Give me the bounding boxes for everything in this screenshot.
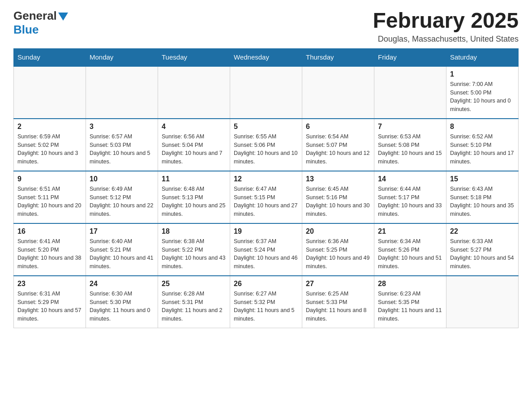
day-info: Sunrise: 6:49 AM Sunset: 5:12 PM Dayligh…: [90, 185, 154, 218]
day-number: 11: [162, 175, 226, 183]
calendar-day-cell: 13Sunrise: 6:45 AM Sunset: 5:16 PM Dayli…: [302, 171, 374, 223]
calendar-day-cell: 7Sunrise: 6:53 AM Sunset: 5:08 PM Daylig…: [374, 119, 446, 171]
calendar-day-cell: 12Sunrise: 6:47 AM Sunset: 5:15 PM Dayli…: [230, 171, 302, 223]
calendar-empty-cell: [158, 66, 230, 119]
day-number: 26: [234, 280, 298, 288]
logo-general-text: General: [13, 9, 57, 23]
calendar-day-cell: 10Sunrise: 6:49 AM Sunset: 5:12 PM Dayli…: [86, 171, 158, 223]
calendar-week-row: 16Sunrise: 6:41 AM Sunset: 5:20 PM Dayli…: [14, 223, 519, 276]
calendar-day-cell: 9Sunrise: 6:51 AM Sunset: 5:11 PM Daylig…: [14, 171, 86, 223]
day-info: Sunrise: 6:27 AM Sunset: 5:32 PM Dayligh…: [234, 290, 298, 323]
calendar-week-row: 9Sunrise: 6:51 AM Sunset: 5:11 PM Daylig…: [14, 171, 519, 223]
calendar-day-cell: 20Sunrise: 6:36 AM Sunset: 5:25 PM Dayli…: [302, 223, 374, 276]
calendar-day-cell: 16Sunrise: 6:41 AM Sunset: 5:20 PM Dayli…: [14, 223, 86, 276]
day-info: Sunrise: 6:45 AM Sunset: 5:16 PM Dayligh…: [306, 185, 370, 218]
svg-marker-0: [58, 13, 68, 21]
calendar-empty-cell: [86, 66, 158, 119]
calendar-day-cell: 22Sunrise: 6:33 AM Sunset: 5:27 PM Dayli…: [446, 223, 519, 276]
calendar-week-row: 2Sunrise: 6:59 AM Sunset: 5:02 PM Daylig…: [14, 119, 519, 171]
calendar-day-cell: 11Sunrise: 6:48 AM Sunset: 5:13 PM Dayli…: [158, 171, 230, 223]
calendar-day-cell: 17Sunrise: 6:40 AM Sunset: 5:21 PM Dayli…: [86, 223, 158, 276]
weekday-header-sunday: Sunday: [14, 48, 86, 66]
calendar-day-cell: 3Sunrise: 6:57 AM Sunset: 5:03 PM Daylig…: [86, 119, 158, 171]
day-info: Sunrise: 6:28 AM Sunset: 5:31 PM Dayligh…: [162, 290, 226, 323]
calendar-day-cell: 27Sunrise: 6:25 AM Sunset: 5:33 PM Dayli…: [302, 276, 374, 328]
calendar-day-cell: 1Sunrise: 7:00 AM Sunset: 5:00 PM Daylig…: [446, 66, 519, 119]
calendar-empty-cell: [230, 66, 302, 119]
day-number: 10: [90, 175, 154, 183]
logo-blue-text: Blue: [13, 23, 39, 36]
calendar-day-cell: 26Sunrise: 6:27 AM Sunset: 5:32 PM Dayli…: [230, 276, 302, 328]
calendar-week-row: 23Sunrise: 6:31 AM Sunset: 5:29 PM Dayli…: [14, 276, 519, 328]
day-number: 22: [450, 227, 515, 235]
weekday-header-tuesday: Tuesday: [158, 48, 230, 66]
calendar-day-cell: 5Sunrise: 6:55 AM Sunset: 5:06 PM Daylig…: [230, 119, 302, 171]
day-number: 8: [450, 123, 515, 131]
day-info: Sunrise: 6:47 AM Sunset: 5:15 PM Dayligh…: [234, 185, 298, 218]
title-block: February 2025 Douglas, Massachusetts, Un…: [373, 9, 519, 44]
day-info: Sunrise: 6:40 AM Sunset: 5:21 PM Dayligh…: [90, 237, 154, 271]
calendar-table: SundayMondayTuesdayWednesdayThursdayFrid…: [13, 48, 519, 328]
weekday-header-thursday: Thursday: [302, 48, 374, 66]
day-info: Sunrise: 6:31 AM Sunset: 5:29 PM Dayligh…: [17, 290, 82, 323]
day-info: Sunrise: 6:36 AM Sunset: 5:25 PM Dayligh…: [306, 237, 370, 271]
weekday-header-saturday: Saturday: [446, 48, 519, 66]
day-info: Sunrise: 6:41 AM Sunset: 5:20 PM Dayligh…: [17, 237, 82, 271]
day-number: 12: [234, 175, 298, 183]
day-info: Sunrise: 6:25 AM Sunset: 5:33 PM Dayligh…: [306, 290, 370, 323]
page-header: General Blue February 2025 Douglas, Mass…: [13, 9, 519, 44]
day-info: Sunrise: 6:34 AM Sunset: 5:26 PM Dayligh…: [378, 237, 442, 271]
day-info: Sunrise: 7:00 AM Sunset: 5:00 PM Dayligh…: [450, 80, 515, 114]
day-number: 15: [450, 175, 515, 183]
day-number: 18: [162, 227, 226, 235]
day-number: 7: [378, 123, 442, 131]
day-number: 9: [17, 175, 82, 183]
day-number: 13: [306, 175, 370, 183]
month-title: February 2025: [373, 9, 519, 33]
day-info: Sunrise: 6:33 AM Sunset: 5:27 PM Dayligh…: [450, 237, 515, 271]
day-number: 14: [378, 175, 442, 183]
day-info: Sunrise: 6:56 AM Sunset: 5:04 PM Dayligh…: [162, 133, 226, 166]
calendar-day-cell: 19Sunrise: 6:37 AM Sunset: 5:24 PM Dayli…: [230, 223, 302, 276]
day-number: 25: [162, 280, 226, 288]
calendar-empty-cell: [446, 276, 519, 328]
day-number: 16: [17, 227, 82, 235]
calendar-week-row: 1Sunrise: 7:00 AM Sunset: 5:00 PM Daylig…: [14, 66, 519, 119]
calendar-day-cell: 2Sunrise: 6:59 AM Sunset: 5:02 PM Daylig…: [14, 119, 86, 171]
day-number: 17: [90, 227, 154, 235]
calendar-day-cell: 14Sunrise: 6:44 AM Sunset: 5:17 PM Dayli…: [374, 171, 446, 223]
calendar-day-cell: 8Sunrise: 6:52 AM Sunset: 5:10 PM Daylig…: [446, 119, 519, 171]
day-number: 27: [306, 280, 370, 288]
calendar-empty-cell: [14, 66, 86, 119]
day-number: 28: [378, 280, 442, 288]
calendar-day-cell: 18Sunrise: 6:38 AM Sunset: 5:22 PM Dayli…: [158, 223, 230, 276]
calendar-day-cell: 24Sunrise: 6:30 AM Sunset: 5:30 PM Dayli…: [86, 276, 158, 328]
day-info: Sunrise: 6:43 AM Sunset: 5:18 PM Dayligh…: [450, 185, 515, 218]
calendar-empty-cell: [374, 66, 446, 119]
day-number: 23: [17, 280, 82, 288]
calendar-day-cell: 15Sunrise: 6:43 AM Sunset: 5:18 PM Dayli…: [446, 171, 519, 223]
day-info: Sunrise: 6:57 AM Sunset: 5:03 PM Dayligh…: [90, 133, 154, 166]
day-info: Sunrise: 6:23 AM Sunset: 5:35 PM Dayligh…: [378, 290, 442, 323]
calendar-day-cell: 25Sunrise: 6:28 AM Sunset: 5:31 PM Dayli…: [158, 276, 230, 328]
day-info: Sunrise: 6:55 AM Sunset: 5:06 PM Dayligh…: [234, 133, 298, 166]
weekday-header-wednesday: Wednesday: [230, 48, 302, 66]
weekday-header-friday: Friday: [374, 48, 446, 66]
day-number: 19: [234, 227, 298, 235]
day-number: 2: [17, 123, 82, 131]
day-number: 6: [306, 123, 370, 131]
day-info: Sunrise: 6:51 AM Sunset: 5:11 PM Dayligh…: [17, 185, 82, 218]
day-info: Sunrise: 6:30 AM Sunset: 5:30 PM Dayligh…: [90, 290, 154, 323]
calendar-empty-cell: [302, 66, 374, 119]
day-number: 5: [234, 123, 298, 131]
day-number: 20: [306, 227, 370, 235]
day-info: Sunrise: 6:48 AM Sunset: 5:13 PM Dayligh…: [162, 185, 226, 218]
day-info: Sunrise: 6:44 AM Sunset: 5:17 PM Dayligh…: [378, 185, 442, 218]
calendar-day-cell: 4Sunrise: 6:56 AM Sunset: 5:04 PM Daylig…: [158, 119, 230, 171]
location-subtitle: Douglas, Massachusetts, United States: [373, 34, 519, 44]
day-number: 4: [162, 123, 226, 131]
logo: General Blue: [13, 9, 68, 37]
day-number: 3: [90, 123, 154, 131]
day-info: Sunrise: 6:52 AM Sunset: 5:10 PM Dayligh…: [450, 133, 515, 166]
day-info: Sunrise: 6:54 AM Sunset: 5:07 PM Dayligh…: [306, 133, 370, 166]
